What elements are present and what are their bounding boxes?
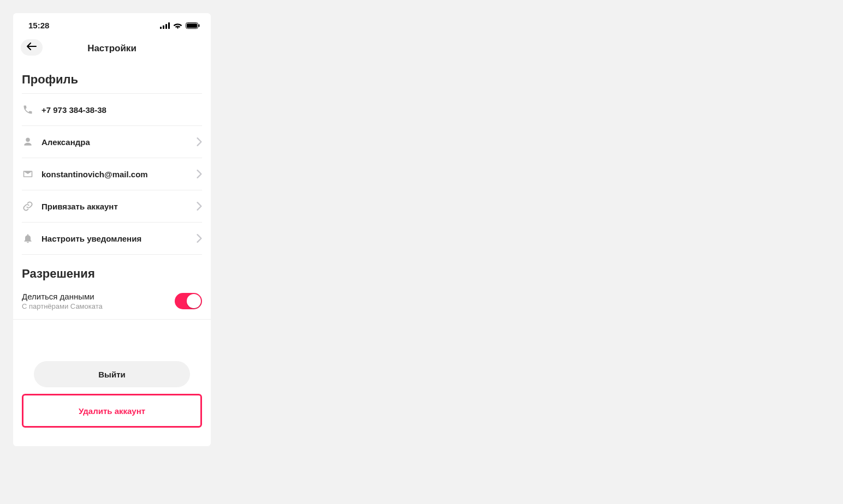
- profile-list: +7 973 384-38-38 Александра konstantinov…: [13, 93, 211, 255]
- permission-row-share-data: Делиться данными С партнёрами Самоката: [13, 287, 211, 320]
- battery-icon: [186, 22, 200, 29]
- delete-account-highlight: Удалить аккаунт: [22, 394, 202, 428]
- svg-rect-5: [187, 23, 197, 28]
- svg-rect-0: [160, 27, 162, 29]
- profile-row-phone: +7 973 384-38-38: [22, 93, 202, 125]
- mail-icon: [22, 168, 34, 180]
- chevron-right-icon: [197, 137, 202, 146]
- bell-icon: [22, 232, 34, 244]
- profile-row-name[interactable]: Александра: [22, 125, 202, 158]
- logout-button[interactable]: Выйти: [34, 361, 190, 387]
- svg-rect-2: [165, 24, 167, 29]
- profile-phone-value: +7 973 384-38-38: [41, 105, 202, 115]
- status-bar: 15:28: [13, 13, 211, 34]
- profile-row-link-account[interactable]: Привязать аккаунт: [22, 190, 202, 222]
- logout-button-label: Выйти: [98, 370, 125, 379]
- svg-rect-6: [199, 24, 200, 27]
- status-time: 15:28: [28, 21, 49, 30]
- status-icons: [160, 22, 200, 29]
- permission-share-title: Делиться данными: [22, 292, 103, 301]
- link-icon: [22, 200, 34, 212]
- person-icon: [22, 136, 34, 148]
- profile-email-value: konstantinovich@mail.com: [41, 170, 189, 179]
- arrow-left-icon: [27, 43, 37, 52]
- footer-buttons: Выйти Удалить аккаунт: [13, 361, 211, 446]
- share-data-toggle[interactable]: [175, 293, 202, 309]
- delete-account-button-label: Удалить аккаунт: [79, 406, 145, 416]
- wifi-icon: [173, 22, 182, 29]
- phone-frame: 15:28 Настройки Профиль +7: [13, 13, 211, 446]
- profile-notifications-label: Настроить уведомления: [41, 234, 189, 243]
- chevron-right-icon: [197, 170, 202, 178]
- spacer: [13, 320, 211, 341]
- svg-rect-1: [163, 25, 164, 29]
- phone-icon: [22, 104, 34, 116]
- profile-name-value: Александра: [41, 137, 189, 147]
- back-button[interactable]: [21, 39, 43, 56]
- permission-texts: Делиться данными С партнёрами Самоката: [22, 292, 103, 310]
- svg-rect-3: [168, 22, 170, 29]
- cellular-icon: [160, 22, 170, 29]
- profile-link-account-label: Привязать аккаунт: [41, 202, 189, 211]
- permission-share-subtitle: С партнёрами Самоката: [22, 302, 103, 310]
- page-header: Настройки: [13, 34, 211, 61]
- chevron-right-icon: [197, 202, 202, 211]
- toggle-knob: [187, 294, 201, 308]
- delete-account-button[interactable]: Удалить аккаунт: [26, 398, 198, 424]
- page-title: Настройки: [87, 43, 136, 54]
- section-title-permissions: Разрешения: [13, 255, 211, 287]
- profile-row-email[interactable]: konstantinovich@mail.com: [22, 158, 202, 190]
- section-title-profile: Профиль: [13, 61, 211, 93]
- profile-row-notifications[interactable]: Настроить уведомления: [22, 222, 202, 255]
- chevron-right-icon: [197, 234, 202, 243]
